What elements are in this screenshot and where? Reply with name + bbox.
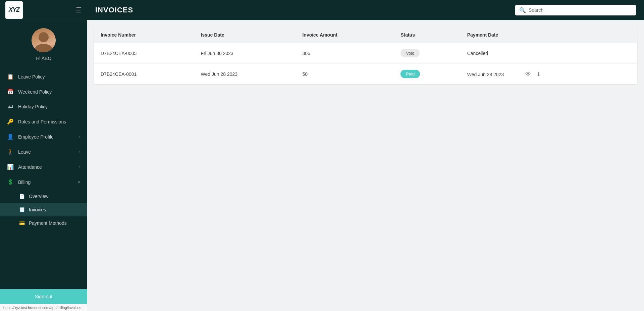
leave-policy-icon: 📋 <box>7 73 14 80</box>
avatar-image <box>32 28 56 52</box>
search-icon: 🔍 <box>519 7 526 13</box>
cell-issue-date-0: Fri Jun 30 2023 <box>194 43 296 64</box>
employee-profile-icon: 👤 <box>7 134 14 140</box>
payment-methods-icon: 💳 <box>18 220 25 226</box>
col-invoice-number: Invoice Number <box>94 27 194 43</box>
cell-invoice-number-1: D7B24CEA-0001 <box>94 64 194 85</box>
sidebar-item-billing[interactable]: 💲 Billing ∨ <box>0 174 87 190</box>
cell-invoice-amount-1: 50 <box>296 64 394 85</box>
sidebar-label-billing: Billing <box>18 179 77 185</box>
col-issue-date: Issue Date <box>194 27 296 43</box>
content-area: Invoice Number Issue Date Invoice Amount… <box>87 20 644 311</box>
weekend-policy-icon: 📅 <box>7 89 14 95</box>
table-header-row: Invoice Number Issue Date Invoice Amount… <box>94 27 637 43</box>
sidebar-label-holiday-policy: Holiday Policy <box>18 104 80 109</box>
table-body: D7B24CEA-0005 Fri Jun 30 2023 306 Void C… <box>94 43 637 84</box>
sidebar-header: XYZ ☰ <box>0 0 87 20</box>
sidebar-item-leave[interactable]: 🚶 Leave › <box>0 144 87 159</box>
sidebar-item-holiday-policy[interactable]: 🏷 Holiday Policy <box>0 99 87 114</box>
col-invoice-amount: Invoice Amount <box>296 27 394 43</box>
attendance-arrow: › <box>79 165 80 169</box>
billing-arrow: ∨ <box>77 180 80 185</box>
employee-profile-arrow: › <box>79 135 80 139</box>
sidebar-item-attendance[interactable]: 📊 Attendance › <box>0 159 87 174</box>
row-actions: 👁 ⬇ <box>525 72 541 77</box>
view-icon[interactable]: 👁 <box>525 71 531 77</box>
sidebar-label-attendance: Attendance <box>18 164 79 170</box>
attendance-icon: 📊 <box>7 164 14 170</box>
table-row: D7B24CEA-0005 Fri Jun 30 2023 306 Void C… <box>94 43 637 64</box>
sidebar-label-roles-permissions: Roles and Permissions <box>18 119 80 124</box>
col-payment-date: Payment Date <box>461 27 637 43</box>
user-greeting: Hi ABC <box>36 56 51 61</box>
sidebar-sublabel-payment-methods: Payment Methods <box>29 220 67 226</box>
leave-arrow: › <box>79 150 80 154</box>
nav-menu: 📋 Leave Policy 📅 Weekend Policy 🏷 Holida… <box>0 66 87 289</box>
search-input[interactable] <box>529 7 632 13</box>
roles-permissions-icon: 🔑 <box>7 118 14 125</box>
payment-date-value-1: Wed Jun 28 2023 <box>467 72 504 77</box>
sidebar-label-leave-policy: Leave Policy <box>18 74 80 80</box>
cell-invoice-number-0: D7B24CEA-0005 <box>94 43 194 64</box>
header: INVOICES 🔍 <box>87 0 644 20</box>
cell-invoice-amount-0: 306 <box>296 43 394 64</box>
logo: XYZ <box>5 1 23 19</box>
invoices-icon: 🧾 <box>18 207 25 212</box>
page-title: INVOICES <box>95 6 133 14</box>
cell-status-1: Paid <box>394 64 461 85</box>
sidebar-label-employee-profile: Employee Profile <box>18 134 79 140</box>
sidebar-subitem-invoices[interactable]: 🧾 Invoices <box>0 203 87 216</box>
leave-icon: 🚶 <box>7 149 14 155</box>
sidebar-subitem-payment-methods[interactable]: 💳 Payment Methods <box>0 216 87 230</box>
sidebar-item-employee-profile[interactable]: 👤 Employee Profile › <box>0 129 87 144</box>
sidebar-item-roles-permissions[interactable]: 🔑 Roles and Permissions <box>0 114 87 129</box>
user-area: Hi ABC <box>0 20 87 66</box>
sidebar-sublabel-invoices: Invoices <box>29 207 46 212</box>
cell-payment-date-1: Wed Jun 28 2023 👁 ⬇ <box>461 64 637 85</box>
avatar <box>32 28 56 52</box>
sidebar-label-weekend-policy: Weekend Policy <box>18 89 80 95</box>
url-bar: https://xyz.test.hrmnest.com/app/billing… <box>0 304 87 311</box>
download-icon[interactable]: ⬇ <box>536 71 541 77</box>
sidebar-item-leave-policy[interactable]: 📋 Leave Policy <box>0 69 87 84</box>
table-row: D7B24CEA-0001 Wed Jun 28 2023 50 Paid We… <box>94 64 637 85</box>
sidebar: XYZ ☰ Hi ABC 📋 Leave Policy 📅 Weekend Po… <box>0 0 87 311</box>
billing-icon: 💲 <box>7 179 14 185</box>
overview-icon: 📄 <box>18 194 25 199</box>
cell-issue-date-1: Wed Jun 28 2023 <box>194 64 296 85</box>
status-badge-void: Void <box>400 49 420 57</box>
sidebar-sublabel-overview: Overview <box>29 194 48 199</box>
status-badge-paid: Paid <box>400 70 420 78</box>
main-content: INVOICES 🔍 Invoice Number Issue Date Inv… <box>87 0 644 311</box>
invoices-table-container: Invoice Number Issue Date Invoice Amount… <box>94 27 637 84</box>
sidebar-label-leave: Leave <box>18 149 79 155</box>
cell-payment-date-0: Cancelled <box>461 43 637 64</box>
sidebar-item-weekend-policy[interactable]: 📅 Weekend Policy <box>0 84 87 99</box>
sign-out-button[interactable]: Sign-out <box>0 289 87 304</box>
hamburger-icon[interactable]: ☰ <box>76 6 82 14</box>
invoices-table: Invoice Number Issue Date Invoice Amount… <box>94 27 637 84</box>
col-status: Status <box>394 27 461 43</box>
search-bar: 🔍 <box>515 5 636 15</box>
cell-status-0: Void <box>394 43 461 64</box>
holiday-policy-icon: 🏷 <box>7 104 14 110</box>
sidebar-subitem-overview[interactable]: 📄 Overview <box>0 190 87 203</box>
table-header: Invoice Number Issue Date Invoice Amount… <box>94 27 637 43</box>
